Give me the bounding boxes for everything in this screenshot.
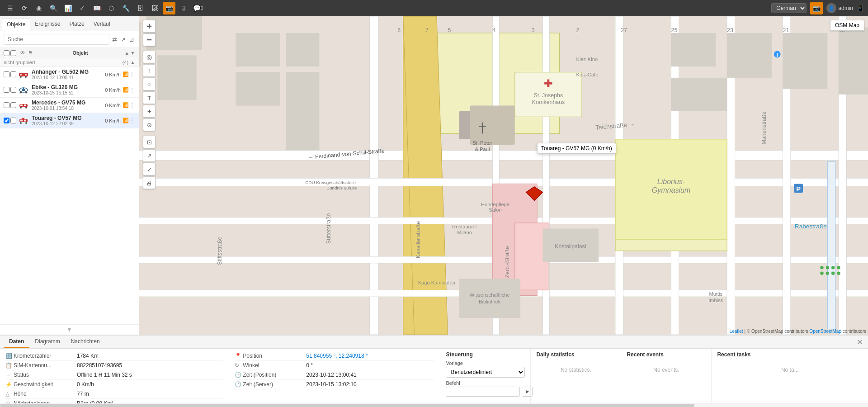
text-button[interactable]: T: [143, 91, 156, 104]
object-item-2[interactable]: Mercedes - GV75 MG 2023-10-01 18:54:10 0…: [0, 98, 139, 113]
item-2-more[interactable]: ⋮: [129, 102, 135, 109]
sort-asc-icon[interactable]: ▲: [124, 50, 129, 56]
zoom-in-button[interactable]: +: [143, 20, 156, 33]
eye-icon: 👁: [20, 50, 25, 56]
chat-icon[interactable]: 💬 0: [192, 2, 204, 14]
item-0-signal: 📶: [123, 71, 129, 77]
item-1-checkbox-2[interactable]: [10, 87, 16, 93]
scrollbar-thumb[interactable]: [0, 404, 694, 407]
search-tool-icon[interactable]: 🔍: [47, 2, 60, 14]
item-2-signal: 📶: [123, 102, 129, 108]
tab-nachrichten[interactable]: Nachrichten: [66, 336, 105, 348]
geo-button[interactable]: ✦: [143, 105, 156, 118]
ne-button[interactable]: ↗: [143, 149, 156, 162]
book-icon[interactable]: 📖: [90, 2, 103, 14]
tab-ereignisse[interactable]: Ereignisse: [30, 18, 65, 31]
bottom-close-button[interactable]: ✕: [855, 336, 864, 348]
tab-daten[interactable]: Daten: [4, 336, 29, 348]
header-checkboxes: [4, 50, 20, 56]
filter-icon[interactable]: ⊿: [128, 35, 135, 44]
leaflet-link[interactable]: Leaflet: [730, 329, 743, 334]
checklist-icon[interactable]: ✓: [76, 2, 89, 14]
select-all-checkbox-1[interactable]: [4, 50, 9, 56]
layers-icon[interactable]: ⬡: [105, 2, 118, 14]
tracking-icon[interactable]: ⟳: [18, 2, 31, 14]
svg-text:Kiez-Café: Kiez-Café: [576, 72, 599, 77]
item-0-more[interactable]: ⋮: [129, 71, 135, 78]
scroll-down-button[interactable]: ▼: [67, 327, 72, 333]
svg-marker-20: [21, 118, 25, 119]
pos-value[interactable]: 51.840955 °, 12.240918 °: [306, 353, 434, 359]
camera-icon[interactable]: 📷: [163, 2, 175, 14]
sort-desc-icon[interactable]: ▼: [130, 50, 135, 56]
left-panel-footer: ▼: [0, 324, 139, 335]
select-all-checkbox-2[interactable]: [10, 50, 16, 56]
share2-icon[interactable]: ↗: [120, 35, 127, 44]
database-icon[interactable]: 🗄: [134, 2, 146, 14]
tab-objekte[interactable]: Objekte: [2, 18, 30, 31]
svg-text:Rabestraße: Rabestraße: [795, 223, 827, 230]
group-collapse-icon[interactable]: ▲: [130, 60, 135, 65]
item-3-checkbox-1[interactable]: [4, 118, 9, 123]
item-3-more[interactable]: ⋮: [129, 117, 135, 124]
zeit-server-label: Zeit (Server): [243, 381, 306, 388]
item-0-checkbox-2[interactable]: [10, 71, 16, 77]
sim-icon: 📋: [5, 362, 14, 369]
bookmark-button[interactable]: ☆: [143, 78, 156, 90]
north-button[interactable]: ↑: [143, 64, 156, 77]
sim-value: 882285107493695: [77, 362, 223, 369]
user-button[interactable]: 👤 admin: [826, 3, 853, 13]
item-0-checkbox-1[interactable]: [4, 71, 9, 77]
bottom-scrollbar[interactable]: [0, 403, 868, 407]
item-1-name: Ebike - GL320 MG: [32, 84, 105, 90]
location-icon[interactable]: ◉: [33, 2, 45, 14]
screen-icon[interactable]: 🖥: [177, 2, 190, 14]
object-item-1[interactable]: Ebike - GL320 MG 2023-10-15 15:15:52 0 K…: [0, 82, 139, 98]
osm-link[interactable]: OpenStreetMap: [809, 329, 841, 334]
fit-button[interactable]: ⊡: [143, 136, 156, 148]
zoom-out-button[interactable]: −: [143, 33, 156, 46]
search-input[interactable]: [4, 34, 109, 45]
vorlage-select[interactable]: Benutzerdefiniert: [446, 367, 525, 378]
befehl-input[interactable]: [446, 387, 520, 397]
zeit-pos-icon: 🕐: [235, 372, 243, 378]
image-icon[interactable]: 🖼: [148, 2, 161, 14]
item-2-checkbox-1[interactable]: [4, 102, 9, 108]
item-1-checkbox-1[interactable]: [4, 87, 9, 93]
map-type-selector[interactable]: OSM Map: [830, 20, 864, 31]
map-type-button[interactable]: OSM Map: [830, 20, 864, 31]
svg-text:Liborius-: Liborius-: [657, 177, 685, 185]
svg-rect-51: [671, 33, 716, 66]
zeit-server-value: 2023-10-15 13:02:10: [306, 381, 434, 388]
locate-button[interactable]: ◎: [143, 51, 156, 63]
tab-plaetze[interactable]: Plätze: [65, 18, 89, 31]
item-0-speed: 0 Km/h: [105, 72, 121, 77]
print-button[interactable]: 🖨: [143, 176, 156, 189]
tab-verlauf[interactable]: Verlauf: [89, 18, 115, 31]
map-svg: Liborius- Gymnasium St. Josephs Krankenh…: [139, 16, 868, 335]
svg-text:23: 23: [727, 27, 733, 33]
steuerung-section: Steuerung Vorlage Benutzerdefiniert Befe…: [440, 349, 531, 403]
object-item-3[interactable]: Touareg - GV57 MG 2023-10-12 22:02:49 0 …: [0, 113, 139, 128]
recent-events-section: Recent events No events.: [621, 349, 712, 403]
object-item-0[interactable]: Anhänger - GL502 MG 2023-10-12 13:00:41 …: [0, 67, 139, 82]
svg-text:21: 21: [783, 27, 789, 33]
map-attribution: Leaflet | © OpenStreetMap contributors O…: [730, 329, 866, 334]
map-container[interactable]: Liborius- Gymnasium St. Josephs Krankenh…: [139, 16, 868, 335]
language-select[interactable]: German: [771, 3, 807, 13]
sw-button[interactable]: ↙: [143, 163, 156, 175]
zeit-pos-value: 2023-10-12 13:00:41: [306, 372, 434, 378]
header-sort-icons: ▲ ▼: [124, 50, 135, 56]
item-2-checkbox-2[interactable]: [10, 102, 16, 108]
tab-diagramm[interactable]: Diagramm: [29, 336, 65, 348]
svg-point-6: [20, 91, 22, 93]
daily-stats-section: Daily statistics No statistics.: [531, 349, 621, 403]
settings-icon[interactable]: 🔧: [119, 2, 132, 14]
circle-button[interactable]: ⊙: [143, 118, 156, 131]
chart-icon[interactable]: 📊: [61, 2, 74, 14]
share-icon[interactable]: ⇄: [111, 35, 118, 44]
item-1-more[interactable]: ⋮: [129, 86, 135, 94]
menu-icon[interactable]: ☰: [4, 2, 16, 14]
item-3-checkbox-2[interactable]: [10, 118, 16, 123]
item-3-checkboxes: [4, 118, 16, 123]
